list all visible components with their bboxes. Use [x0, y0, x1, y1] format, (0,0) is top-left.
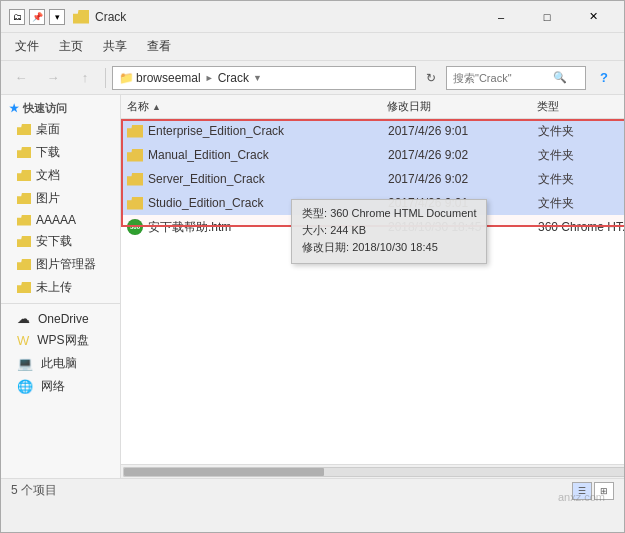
- tooltip-size-value: 244 KB: [330, 224, 366, 236]
- address-bar[interactable]: 📁 browseemal ► Crack ▼: [112, 66, 416, 90]
- sidebar-downloads-label: 下载: [36, 144, 60, 161]
- downloads-folder-icon: [17, 147, 31, 158]
- path-folder-icon-1: 📁: [119, 71, 134, 85]
- path-arrow-1: ►: [205, 73, 214, 83]
- path-segment-1: 📁 browseemal: [119, 71, 201, 85]
- not-uploaded-folder-icon: [17, 282, 31, 293]
- status-bar: 5 个项目 ☰ ⊞: [1, 478, 624, 502]
- pictures-folder-icon: [17, 193, 31, 204]
- col-date-label: 修改日期: [387, 100, 431, 112]
- sidebar-pictures-label: 图片: [36, 190, 60, 207]
- sidebar-this-pc-label: 此电脑: [41, 355, 77, 372]
- quick-access-label: 快速访问: [23, 101, 67, 116]
- table-row[interactable]: Server_Edition_Crack 2017/4/26 9:02 文件夹: [121, 167, 625, 191]
- sidebar-item-not-uploaded[interactable]: 未上传: [1, 276, 120, 299]
- menu-view[interactable]: 查看: [137, 34, 181, 59]
- close-button[interactable]: ✕: [570, 1, 616, 33]
- file-name-cell: Enterprise_Edition_Crack: [148, 124, 388, 138]
- tooltip-type-value: 360 Chrome HTML Document: [330, 207, 476, 219]
- forward-button[interactable]: →: [39, 65, 67, 91]
- path-segment-2: Crack: [218, 71, 249, 85]
- file-type-cell: 文件夹: [538, 123, 625, 140]
- file-name-cell: Manual_Edition_Crack: [148, 148, 388, 162]
- sidebar-documents-label: 文档: [36, 167, 60, 184]
- h-scrollbar[interactable]: [121, 464, 625, 478]
- sidebar-an-dl-label: 安下载: [36, 233, 72, 250]
- file-type-cell: 文件夹: [538, 171, 625, 188]
- col-header-name[interactable]: 名称 ▲: [127, 99, 387, 114]
- search-box[interactable]: 🔍: [446, 66, 586, 90]
- sidebar-desktop-label: 桌面: [36, 121, 60, 138]
- network-icon: 🌐: [17, 379, 33, 394]
- col-name-label: 名称: [127, 99, 149, 114]
- title-bar: 🗂 📌 ▾ Crack – □ ✕: [1, 1, 624, 33]
- sidebar-item-downloads[interactable]: 下载: [1, 141, 120, 164]
- file-tooltip: 类型: 360 Chrome HTML Document 大小: 244 KB …: [291, 199, 487, 264]
- window-title: Crack: [95, 10, 478, 24]
- col-type-label: 类型: [537, 100, 559, 112]
- file-name-cell: Server_Edition_Crack: [148, 172, 388, 186]
- menu-share[interactable]: 共享: [93, 34, 137, 59]
- search-icon: 🔍: [553, 71, 567, 84]
- star-icon: ★: [9, 102, 19, 115]
- pin-icon: 📌: [29, 9, 45, 25]
- col-header-type[interactable]: 类型: [537, 99, 625, 114]
- list-view-button[interactable]: ☰: [572, 482, 592, 500]
- table-row[interactable]: Enterprise_Edition_Crack 2017/4/26 9:01 …: [121, 119, 625, 143]
- sidebar-onedrive-label: OneDrive: [38, 312, 89, 326]
- grid-view-button[interactable]: ⊞: [594, 482, 614, 500]
- desktop-folder-icon: [17, 124, 31, 135]
- sidebar: ★ 快速访问 桌面 下载 文档 图片 AAAAA 安下载 图片管理: [1, 95, 121, 478]
- sidebar-network-label: 网络: [41, 378, 65, 395]
- sidebar-item-pictures[interactable]: 图片: [1, 187, 120, 210]
- back-button[interactable]: ←: [7, 65, 35, 91]
- sidebar-item-aaaaa[interactable]: AAAAA: [1, 210, 120, 230]
- file-area: 名称 ▲ 修改日期 类型 Enterprise_Edition_Crack 20…: [121, 95, 625, 478]
- minimize-button[interactable]: –: [478, 1, 524, 33]
- tooltip-size: 大小: 244 KB: [302, 223, 476, 238]
- folder-icon: [127, 173, 143, 186]
- menu-home[interactable]: 主页: [49, 34, 93, 59]
- item-count: 5 个项目: [11, 482, 57, 499]
- search-input[interactable]: [453, 72, 553, 84]
- up-button[interactable]: ↑: [71, 65, 99, 91]
- toolbar: ← → ↑ 📁 browseemal ► Crack ▼ ↻ 🔍 ?: [1, 61, 624, 95]
- col-header-date[interactable]: 修改日期: [387, 99, 537, 114]
- folder-icon: [127, 197, 143, 210]
- path-arrow-2: ▼: [253, 73, 262, 83]
- folder-icon: [127, 125, 143, 138]
- h-scroll-thumb[interactable]: [124, 468, 324, 476]
- tooltip-date: 修改日期: 2018/10/30 18:45: [302, 240, 476, 255]
- sidebar-item-an-downloads[interactable]: 安下载: [1, 230, 120, 253]
- path-label-1: browseemal: [136, 71, 201, 85]
- onedrive-icon: ☁: [17, 311, 30, 326]
- down-arrow-icon: ▾: [49, 9, 65, 25]
- sidebar-item-onedrive[interactable]: ☁ OneDrive: [1, 308, 120, 329]
- htm-icon: 360: [127, 219, 143, 235]
- aaaaa-folder-icon: [17, 215, 31, 226]
- refresh-button[interactable]: ↻: [420, 67, 442, 89]
- window-controls: – □ ✕: [478, 1, 616, 33]
- sidebar-item-network[interactable]: 🌐 网络: [1, 375, 120, 398]
- tooltip-date-value: 2018/10/30 18:45: [352, 241, 438, 253]
- table-row[interactable]: Manual_Edition_Crack 2017/4/26 9:02 文件夹: [121, 143, 625, 167]
- sidebar-item-pic-manager[interactable]: 图片管理器: [1, 253, 120, 276]
- file-date-cell: 2017/4/26 9:01: [388, 124, 538, 138]
- menu-file[interactable]: 文件: [5, 34, 49, 59]
- help-button[interactable]: ?: [590, 65, 618, 91]
- title-bar-icons: 🗂 📌 ▾: [9, 9, 65, 25]
- quick-access-icon: 🗂: [9, 9, 25, 25]
- file-list-header: 名称 ▲ 修改日期 类型: [121, 95, 625, 119]
- maximize-button[interactable]: □: [524, 1, 570, 33]
- sidebar-item-desktop[interactable]: 桌面: [1, 118, 120, 141]
- tooltip-size-label: 大小:: [302, 224, 327, 236]
- sidebar-item-documents[interactable]: 文档: [1, 164, 120, 187]
- sidebar-item-wps[interactable]: W WPS网盘: [1, 329, 120, 352]
- sidebar-wps-label: WPS网盘: [37, 332, 88, 349]
- folder-icon: [127, 149, 143, 162]
- h-scroll-track[interactable]: [123, 467, 625, 477]
- tooltip-type-label: 类型:: [302, 207, 327, 219]
- title-folder-icon: [73, 10, 89, 24]
- file-type-cell: 文件夹: [538, 147, 625, 164]
- sidebar-item-this-pc[interactable]: 💻 此电脑: [1, 352, 120, 375]
